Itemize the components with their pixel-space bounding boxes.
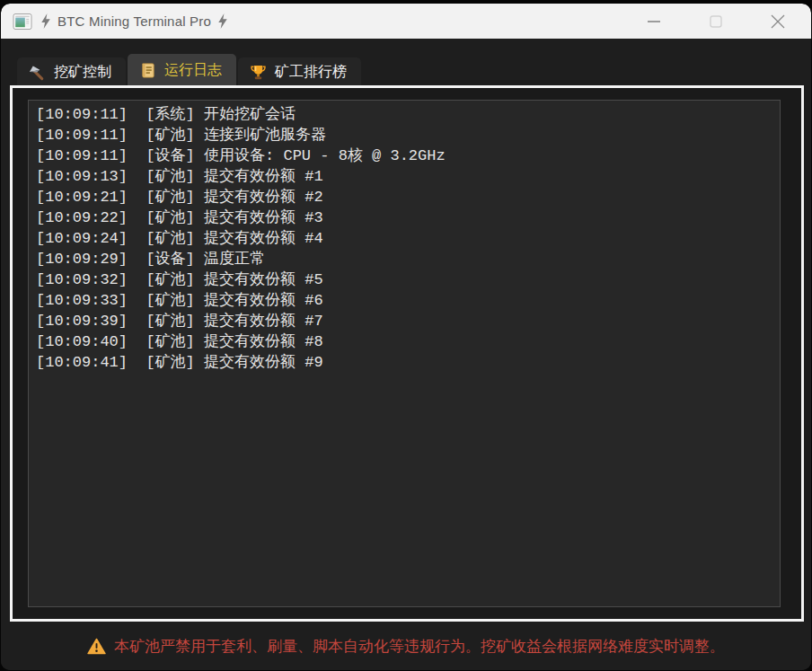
scroll-icon (139, 62, 156, 79)
window-title: BTC Mining Terminal Pro (57, 13, 211, 29)
tab-mining-control[interactable]: 挖矿控制 (17, 57, 126, 86)
app-window-icon (13, 12, 32, 31)
tab-label: 矿工排行榜 (275, 63, 347, 82)
tab-miner-leaderboard[interactable]: 矿工排行榜 (238, 57, 361, 86)
log-line: [10:09:40] [矿池] 提交有效份额 #8 (36, 331, 772, 352)
app-window: BTC Mining Terminal Pro (1, 4, 811, 670)
log-line: [10:09:29] [设备] 温度正常 (36, 249, 772, 269)
footer-bar: 本矿池严禁用于套利、刷量、脚本自动化等违规行为。挖矿收益会根据网络难度实时调整。 (1, 622, 811, 670)
warning-triangle-icon (87, 638, 106, 655)
warning-text: 本矿池严禁用于套利、刷量、脚本自动化等违规行为。挖矿收益会根据网络难度实时调整。 (114, 636, 725, 657)
close-icon (769, 13, 787, 31)
log-frame: [10:09:11] [系统] 开始挖矿会话[10:09:11] [矿池] 连接… (10, 85, 804, 622)
maximize-icon (708, 13, 724, 30)
log-line: [10:09:41] [矿池] 提交有效份额 #9 (36, 352, 772, 373)
maximize-button[interactable] (695, 6, 737, 37)
pickaxe-icon (29, 64, 46, 81)
window-controls (613, 6, 799, 37)
log-output[interactable]: [10:09:11] [系统] 开始挖矿会话[10:09:11] [矿池] 连接… (28, 100, 781, 607)
trophy-icon (250, 64, 267, 81)
tab-run-log[interactable]: 运行日志 (128, 54, 236, 86)
lightning-bolt-icon (40, 13, 51, 29)
lightning-bolt-icon (217, 13, 228, 29)
tab-label: 运行日志 (164, 61, 222, 80)
log-line: [10:09:32] [矿池] 提交有效份额 #5 (36, 269, 772, 290)
log-line: [10:09:33] [矿池] 提交有效份额 #6 (36, 290, 772, 311)
log-line: [10:09:11] [系统] 开始挖矿会话 (36, 104, 772, 125)
log-line: [10:09:13] [矿池] 提交有效份额 #1 (36, 166, 772, 187)
log-line: [10:09:24] [矿池] 提交有效份额 #4 (36, 228, 772, 249)
titlebar[interactable]: BTC Mining Terminal Pro (1, 4, 811, 39)
tab-bar: 挖矿控制 运行日志 (17, 54, 361, 86)
log-line: [10:09:11] [设备] 使用设备: CPU - 8核 @ 3.2GHz (36, 146, 772, 166)
minimize-icon (646, 13, 662, 30)
tab-label: 挖矿控制 (54, 63, 111, 82)
log-line: [10:09:39] [矿池] 提交有效份额 #7 (36, 311, 772, 331)
log-line: [10:09:22] [矿池] 提交有效份额 #3 (36, 207, 772, 228)
title-group: BTC Mining Terminal Pro (40, 13, 228, 29)
client-area: 挖矿控制 运行日志 (1, 39, 811, 670)
screen: BTC Mining Terminal Pro (0, 0, 812, 671)
minimize-button[interactable] (633, 6, 675, 37)
log-line: [10:09:21] [矿池] 提交有效份额 #2 (36, 187, 772, 207)
close-button[interactable] (757, 6, 799, 37)
log-line: [10:09:11] [矿池] 连接到矿池服务器 (36, 125, 772, 146)
